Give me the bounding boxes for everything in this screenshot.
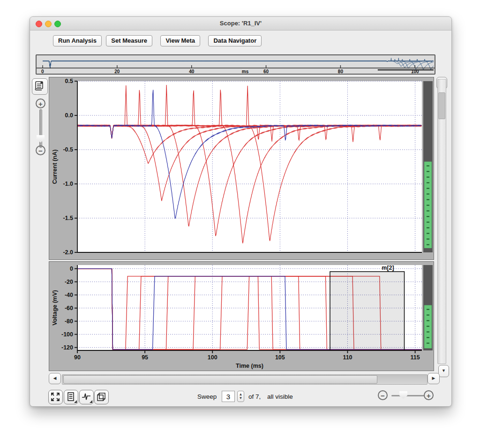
scroll-right-button[interactable]: ▶ <box>428 373 440 384</box>
scope-window: Scope: 'R1_IV' Run Analysis Set Measure … <box>30 16 452 407</box>
y-zoom-out-button[interactable]: − <box>36 145 45 155</box>
notebook-icon <box>32 79 46 93</box>
title-bar[interactable]: Scope: 'R1_IV' <box>30 17 451 30</box>
y-tick-label: -120 <box>61 344 73 351</box>
sweep-label: Sweep <box>197 393 217 400</box>
scroll-left-button[interactable]: ◀ <box>49 373 61 384</box>
y-tick-label: -60 <box>65 305 73 311</box>
y-tick-label: 0.0 <box>65 112 73 119</box>
x-tick-label: 105 <box>275 354 285 361</box>
current-plot-area <box>77 81 422 252</box>
x-tick-label: 90 <box>74 354 81 361</box>
y-tick-label: -1.0 <box>63 181 73 187</box>
x-tick-label: 100 <box>208 354 218 361</box>
overview-chart: 020406080100ms <box>37 55 435 74</box>
notebook-button[interactable] <box>32 78 48 95</box>
x-zoom-slider-track[interactable] <box>391 395 424 396</box>
view-meta-button[interactable]: View Meta <box>160 35 200 46</box>
scroll-down-button[interactable]: ▼ <box>438 365 449 377</box>
overview-trace-1 <box>43 58 434 68</box>
overview-tick-label: 80 <box>338 69 344 74</box>
x-tick-label: 115 <box>411 354 420 361</box>
y-tick-label: -1.5 <box>63 215 73 221</box>
overview-unit-label: ms <box>242 69 249 74</box>
sweep-control: Sweep ▲ ▼ of 7, all visible <box>30 390 377 405</box>
voltage-axis-title: Voltage (mV) <box>52 290 58 325</box>
measure-region-label: m[2] <box>382 265 394 271</box>
sweep-value-input[interactable] <box>222 391 235 402</box>
overview-trace-3 <box>43 58 434 68</box>
y-tick-label: -40 <box>65 292 73 298</box>
x-zoom-slider-thumb[interactable] <box>399 391 407 399</box>
arrow-left-icon: ◀ <box>53 376 57 380</box>
data-navigator-button[interactable]: Data Navigator <box>208 35 262 46</box>
y-zoom-in-button[interactable]: + <box>36 99 45 108</box>
y-tick-label: 0 <box>70 266 73 272</box>
current-chart: 0.50.0-0.5-1.0-1.5-2.0Current (nA) <box>49 77 434 259</box>
current-plot-panel[interactable]: 0.50.0-0.5-1.0-1.5-2.0Current (nA) <box>49 77 434 260</box>
voltage-plot-panel[interactable]: m[2]0-20-40-60-80-100-120909510010511011… <box>49 261 434 371</box>
window-title: Scope: 'R1_IV' <box>30 20 451 27</box>
y-tick-label: -0.5 <box>63 146 73 153</box>
overview-tick-label: 0 <box>41 69 44 74</box>
current-axis-title: Current (nA) <box>52 150 58 184</box>
measure-region[interactable] <box>330 272 405 350</box>
x-zoom-control: − + <box>377 389 438 403</box>
x-zoom-out-button[interactable]: − <box>378 390 388 400</box>
horizontal-scrollbar[interactable] <box>62 374 428 385</box>
y-zoom-slider-thumb[interactable] <box>37 135 45 143</box>
sweep-of-label: of 7, <box>248 393 261 400</box>
y-tick-label: -100 <box>61 331 73 338</box>
x-zoom-in-button[interactable]: + <box>424 390 434 400</box>
x-tick-label: 95 <box>142 354 148 361</box>
vertical-scrollbar[interactable] <box>437 79 446 364</box>
time-axis-title: Time (ms) <box>236 363 263 369</box>
y-tick-label: -80 <box>65 318 73 325</box>
y-tick-label: 0.5 <box>65 78 73 84</box>
arrow-down-icon: ▼ <box>442 368 446 373</box>
overview-trace-2 <box>43 60 434 68</box>
overview-tick-label: 60 <box>263 69 269 74</box>
overview-tick-label: 40 <box>189 69 195 74</box>
x-tick-label: 110 <box>343 354 352 361</box>
sweep-visibility-label: all visible <box>267 393 293 400</box>
y-tick-label: -2.0 <box>63 249 73 256</box>
vertical-scrollbar-thumb[interactable] <box>438 92 445 119</box>
overview-tick-label: 20 <box>114 69 120 74</box>
stepper-down-icon[interactable]: ▼ <box>238 397 244 401</box>
sweep-stepper[interactable]: ▲ ▼ <box>237 391 244 402</box>
overview-strip[interactable]: 020406080100ms <box>36 54 435 75</box>
y-tick-label: -20 <box>65 279 73 285</box>
toolbar: Run Analysis Set Measure View Meta Data … <box>53 35 264 47</box>
voltage-chart: m[2]0-20-40-60-80-100-120909510010511011… <box>49 262 434 371</box>
horizontal-scrollbar-thumb[interactable] <box>63 375 377 384</box>
set-measure-button[interactable]: Set Measure <box>106 35 152 46</box>
run-analysis-button[interactable]: Run Analysis <box>53 35 102 46</box>
arrow-right-icon: ▶ <box>432 376 435 380</box>
